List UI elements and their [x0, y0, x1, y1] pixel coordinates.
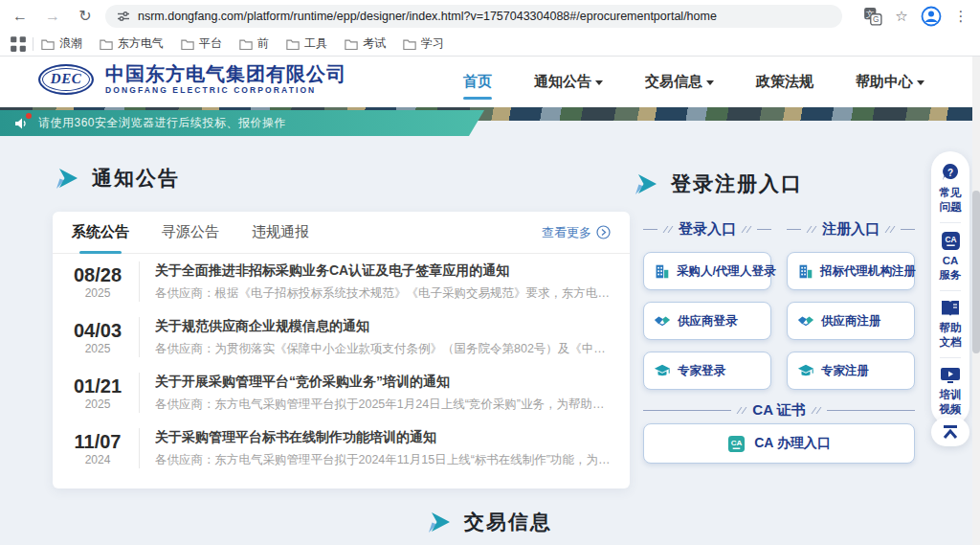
register-entry-label: 注册入口 [822, 220, 880, 238]
dec-logo-text: DEC [51, 71, 81, 87]
help-doc-rail-item[interactable]: 帮助文档 [938, 299, 963, 350]
company-logo[interactable]: DEC 中国东方电气集团有限公司 DONGFANG ELECTRIC CORPO… [38, 63, 346, 95]
profile-avatar-icon[interactable] [921, 6, 942, 27]
bookmark-star-icon[interactable]: ☆ [892, 7, 911, 26]
bookmark-label: 平台 [199, 35, 222, 52]
divider [787, 229, 801, 230]
nav-item-help-center[interactable]: 帮助中心 [856, 73, 924, 91]
bookmark-item[interactable]: 东方电气 [100, 35, 164, 52]
alert-dot [26, 113, 32, 119]
translate-icon[interactable]: 文 G [863, 7, 882, 26]
scrollbar-track[interactable] [972, 57, 980, 545]
entry-button-label: 专家注册 [821, 363, 869, 379]
ca-apply-button[interactable]: CA CA 办理入口 [643, 423, 915, 464]
notices-section-header: 通知公告 [56, 165, 180, 192]
bookmark-item[interactable]: 考试 [345, 35, 386, 52]
login-entry-header: 登录入口 [643, 220, 771, 238]
nav-item-home[interactable]: 首页 [463, 73, 492, 91]
notice-year: 2025 [72, 397, 123, 411]
notice-title[interactable]: 关于开展采购管理平台“竞价采购业务”培训的通知 [155, 374, 614, 391]
view-more-link[interactable]: 查看更多 [542, 224, 611, 241]
login-entry-label: 登录入口 [679, 220, 736, 238]
bookmark-item[interactable]: 前 [239, 35, 269, 52]
divider [139, 317, 140, 357]
rail-item-label: CA 服务 [938, 254, 963, 283]
notice-title[interactable]: 关于规范供应商企业规模信息的通知 [155, 318, 614, 335]
section-arrow-icon [635, 172, 657, 195]
folder-icon [239, 38, 253, 50]
notices-section-title: 通知公告 [92, 165, 180, 192]
expert-login-button[interactable]: 专家登录 [643, 352, 771, 390]
divider [139, 261, 140, 302]
notice-year: 2025 [72, 286, 123, 300]
bookmark-item[interactable]: 浪潮 [41, 35, 82, 52]
back-icon[interactable]: ← [8, 4, 33, 29]
nav-label: 通知公告 [534, 73, 591, 91]
notice-month-day: 11/07 [72, 430, 123, 453]
menu-dots-icon[interactable]: ⋮ [951, 7, 970, 26]
address-bar[interactable]: nsrm.dongfang.com/platform/runtime/epp/d… [105, 5, 842, 28]
notice-desc: 各供应商：为贯彻落实《保障中小企业款项支付条例》（国务院令第802号）及《中小企… [155, 341, 614, 357]
notice-year: 2025 [72, 342, 123, 355]
divider [139, 428, 140, 468]
forward-icon[interactable]: → [40, 4, 65, 29]
dec-logo-icon: DEC [38, 64, 94, 95]
nav-label: 帮助中心 [856, 73, 913, 91]
company-name-cn: 中国东方电气集团有限公司 [105, 63, 346, 85]
faq-rail-item[interactable]: ? 常见问题 [938, 162, 963, 215]
tab-system-notices[interactable]: 系统公告 [72, 223, 129, 241]
training-video-rail-item[interactable]: 培训视频 [938, 366, 963, 417]
buyer-agent-login-button[interactable]: 采购人/代理人登录 [643, 252, 771, 290]
divider [885, 226, 896, 233]
building-icon [654, 263, 670, 280]
entry-button-label: 专家登录 [678, 363, 725, 379]
notice-title[interactable]: 关于全面推进非招标采购业务CA认证及电子签章应用的通知 [155, 262, 614, 280]
browser-actions: 文 G ☆ ⋮ [863, 6, 970, 27]
rail-item-label: 帮助文档 [938, 321, 963, 350]
reload-icon[interactable]: ↻ [73, 4, 98, 29]
notices-tab-bar: 系统公告 寻源公告 违规通报 查看更多 [53, 212, 630, 254]
notice-row[interactable]: 08/28 2025 关于全面推进非招标采购业务CA认证及电子签章应用的通知 各… [53, 254, 630, 309]
notice-date: 08/28 2025 [72, 263, 123, 300]
folder-icon [286, 38, 300, 50]
notice-row[interactable]: 04/03 2025 关于规范供应商企业规模信息的通知 各供应商：为贯彻落实《保… [53, 309, 630, 365]
ca-cert-header: CA 证书 [643, 401, 915, 420]
back-to-top-button[interactable] [931, 418, 969, 446]
help-doc-icon [940, 299, 961, 318]
bookmark-item[interactable]: 学习 [403, 35, 444, 52]
ca-service-rail-item[interactable]: CA CA 服务 [938, 231, 963, 283]
tab-sourcing-notices[interactable]: 寻源公告 [162, 223, 219, 241]
notice-month-day: 01/21 [72, 375, 123, 397]
divider [663, 226, 674, 233]
supplier-register-button[interactable]: 供应商注册 [787, 302, 915, 340]
bookmark-label: 前 [257, 35, 269, 52]
tab-violation-reports[interactable]: 违规通报 [252, 223, 309, 241]
nav-item-notices[interactable]: 通知公告 [534, 73, 603, 91]
notice-row[interactable]: 01/21 2025 关于开展采购管理平台“竞价采购业务”培训的通知 各供应商：… [53, 365, 630, 420]
register-entry-header: 注册入口 [787, 220, 915, 238]
notice-title[interactable]: 关于采购管理平台标书在线制作功能培训的通知 [155, 429, 614, 446]
divider [827, 410, 915, 411]
scrollbar-thumb[interactable] [972, 191, 980, 353]
notices-card: 系统公告 寻源公告 违规通报 查看更多 08/28 2025 关于全面推进非招标… [53, 212, 630, 488]
divider [33, 37, 33, 51]
nav-item-trade-info[interactable]: 交易信息 [645, 73, 714, 91]
svg-text:CA: CA [731, 438, 743, 446]
svg-text:G: G [873, 14, 879, 24]
bookmark-item[interactable]: 工具 [286, 35, 327, 52]
back-to-top-icon [941, 424, 960, 440]
circle-arrow-icon [596, 225, 611, 239]
nav-item-policies[interactable]: 政策法规 [756, 73, 813, 91]
folder-icon [100, 38, 113, 50]
supplier-login-button[interactable]: 供应商登录 [643, 302, 771, 340]
speaker-icon [13, 116, 29, 131]
apps-grid-icon[interactable] [10, 35, 27, 53]
notice-row[interactable]: 11/07 2024 关于采购管理平台标书在线制作功能培训的通知 各供应商：东方… [53, 420, 630, 476]
bidding-agency-register-button[interactable]: 招标代理机构注册 [787, 252, 915, 290]
bookmark-item[interactable]: 平台 [181, 35, 222, 52]
expert-register-button[interactable]: 专家注册 [787, 352, 915, 390]
divider [643, 410, 731, 411]
divider [757, 229, 771, 230]
folder-icon [41, 38, 55, 50]
divider [807, 226, 817, 233]
